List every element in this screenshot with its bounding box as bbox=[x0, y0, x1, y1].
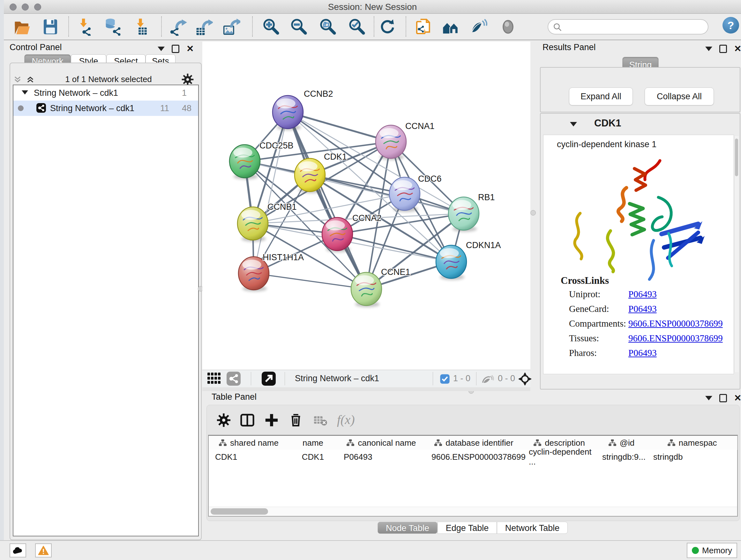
tab-node-table[interactable]: Node Table bbox=[378, 522, 437, 534]
table-cell[interactable]: cyclin-dependent ... bbox=[522, 450, 596, 464]
network-node-CDKN1A[interactable] bbox=[436, 245, 467, 280]
export-network-to-file-icon[interactable] bbox=[169, 18, 187, 36]
birdseye-grid-icon[interactable] bbox=[207, 373, 221, 385]
gene-collapse-icon[interactable] bbox=[570, 122, 577, 126]
column-header-shared-name[interactable]: shared name bbox=[209, 436, 289, 450]
warnings-button[interactable] bbox=[35, 543, 52, 557]
results-scrollbar[interactable] bbox=[734, 136, 739, 372]
show-columns-icon[interactable] bbox=[240, 413, 255, 428]
right-splitter-handle[interactable] bbox=[530, 210, 536, 215]
memory-button[interactable]: Memory bbox=[687, 543, 737, 558]
crosslink-value[interactable]: P06493 bbox=[628, 348, 657, 358]
network-node-CCNA1[interactable] bbox=[376, 125, 406, 160]
search-input[interactable] bbox=[566, 20, 701, 33]
hidden-eye-icon[interactable] bbox=[481, 373, 494, 385]
collection-count: 1 bbox=[182, 88, 187, 98]
table-cell[interactable]: CDK1 bbox=[209, 450, 288, 464]
toolbar-separator bbox=[161, 16, 162, 37]
zoom-fit-content-icon[interactable] bbox=[319, 18, 337, 36]
float-panel-icon[interactable] bbox=[719, 45, 727, 53]
tab-edge-table[interactable]: Edge Table bbox=[437, 522, 497, 534]
first-neighbors-icon[interactable] bbox=[442, 18, 460, 36]
hide-selected-icon[interactable] bbox=[470, 18, 488, 36]
edge-CCNE1-HIST1H1A[interactable] bbox=[254, 273, 366, 289]
column-header-namespac[interactable]: namespac bbox=[647, 436, 738, 450]
zoom-in-icon[interactable] bbox=[262, 18, 280, 36]
edge-CCNB2-CCNE1[interactable] bbox=[288, 112, 366, 289]
network-node-CCNE1[interactable] bbox=[351, 272, 382, 307]
network-node-CDK1[interactable] bbox=[294, 159, 325, 193]
create-column-icon[interactable] bbox=[264, 413, 279, 428]
table-scrollbar[interactable] bbox=[209, 507, 737, 516]
edge-CCNB2-CCNA1[interactable] bbox=[288, 112, 391, 142]
gene-description: cyclin-dependent kinase 1 bbox=[557, 139, 657, 149]
table-options-gear-icon[interactable] bbox=[216, 413, 231, 428]
collection-expand-icon[interactable] bbox=[22, 90, 28, 95]
table-cell[interactable]: stringdb bbox=[647, 450, 737, 464]
selected-checkbox-icon[interactable] bbox=[440, 374, 450, 384]
network-node-CDC25B[interactable] bbox=[229, 145, 260, 179]
close-panel-icon[interactable]: ✕ bbox=[734, 395, 741, 401]
column-header-canonical-name[interactable]: canonical name bbox=[337, 436, 425, 450]
close-panel-icon[interactable]: ✕ bbox=[186, 46, 194, 52]
collection-label: String Network – cdk1 bbox=[34, 88, 118, 98]
open-session-icon[interactable] bbox=[13, 18, 31, 36]
network-node-RB1[interactable] bbox=[448, 197, 479, 232]
crosslink-value[interactable]: P06493 bbox=[628, 304, 657, 314]
table-cell[interactable]: P06493 bbox=[337, 450, 425, 464]
crosslink-value[interactable]: 9606.ENSP00000378699 bbox=[628, 318, 723, 329]
export-table-to-file-icon[interactable] bbox=[195, 18, 213, 36]
search-box[interactable] bbox=[548, 19, 709, 35]
collapse-panel-icon[interactable] bbox=[158, 47, 165, 51]
node-table[interactable]: shared namename canonical name database … bbox=[208, 435, 738, 516]
close-panel-icon[interactable]: ✕ bbox=[734, 46, 741, 52]
column-header-@id[interactable]: @id bbox=[596, 436, 647, 450]
expand-all-button[interactable]: Expand All bbox=[569, 87, 633, 105]
float-panel-icon[interactable] bbox=[719, 394, 727, 402]
pan-crosshair-icon[interactable] bbox=[518, 372, 532, 386]
crosslink-value[interactable]: 9606.ENSP00000378699 bbox=[628, 333, 723, 344]
results-buttons-box: Expand All Collapse All bbox=[540, 67, 740, 112]
table-cell[interactable]: stringdb:9... bbox=[596, 450, 647, 464]
open-in-browser-icon[interactable] bbox=[262, 372, 276, 386]
save-session-icon[interactable] bbox=[42, 18, 59, 36]
network-row-selected[interactable]: String Network – cdk1 11 48 bbox=[13, 101, 198, 116]
crosslink-value[interactable]: P06493 bbox=[628, 289, 657, 300]
import-network-from-file-icon[interactable] bbox=[77, 18, 95, 36]
horizontal-splitter[interactable] bbox=[202, 387, 530, 391]
import-table-from-file-icon[interactable] bbox=[134, 18, 151, 36]
tab-network-table[interactable]: Network Table bbox=[497, 522, 568, 534]
show-graphics-details-icon[interactable] bbox=[499, 18, 517, 36]
edge-CCNA2-CDKN1A[interactable] bbox=[337, 234, 451, 262]
float-panel-icon[interactable] bbox=[172, 45, 179, 53]
zoom-selected-region-icon[interactable] bbox=[348, 18, 366, 36]
network-collection-row[interactable]: String Network – cdk1 1 bbox=[13, 85, 198, 101]
column-header-database-identifier[interactable]: database identifier bbox=[425, 436, 523, 450]
column-header-name[interactable]: name bbox=[288, 436, 338, 450]
import-network-from-database-icon[interactable] bbox=[105, 18, 122, 36]
string-badge-icon[interactable] bbox=[226, 372, 241, 386]
cloud-button[interactable] bbox=[10, 543, 26, 557]
delete-column-icon[interactable] bbox=[288, 413, 303, 428]
collapse-panel-icon[interactable] bbox=[705, 396, 712, 400]
table-scrollbar-thumb[interactable] bbox=[211, 508, 268, 515]
table-cell[interactable]: CDK1 bbox=[288, 450, 337, 464]
network-node-CDC6[interactable] bbox=[389, 177, 420, 212]
edge-CCNB2-HIST1H1A[interactable] bbox=[254, 112, 288, 273]
table-cell[interactable]: 9606.ENSP00000378699 bbox=[425, 450, 522, 464]
expand-all-tree-icon[interactable] bbox=[13, 75, 22, 84]
clone-network-icon[interactable] bbox=[414, 18, 432, 36]
results-panel-title: Results Panel bbox=[542, 43, 596, 52]
help-button[interactable]: ? bbox=[723, 17, 739, 34]
collapse-all-tree-icon[interactable] bbox=[25, 75, 35, 84]
zoom-out-icon[interactable] bbox=[290, 18, 308, 36]
network-canvas[interactable]: CCNB2CCNA1CDC25BCDK1CDC6RB1CCNB1CCNA2CDK… bbox=[202, 42, 530, 370]
collapse-all-button[interactable]: Collapse All bbox=[645, 87, 714, 105]
results-scrollbar-thumb[interactable] bbox=[735, 138, 738, 176]
export-image-icon[interactable] bbox=[222, 18, 240, 36]
network-options-gear-icon[interactable] bbox=[181, 73, 194, 86]
refresh-view-icon[interactable] bbox=[378, 18, 396, 36]
collapse-panel-icon[interactable] bbox=[705, 47, 712, 51]
crosslink-label: Pharos: bbox=[569, 348, 597, 358]
network-node-CCNB1[interactable] bbox=[238, 207, 268, 242]
